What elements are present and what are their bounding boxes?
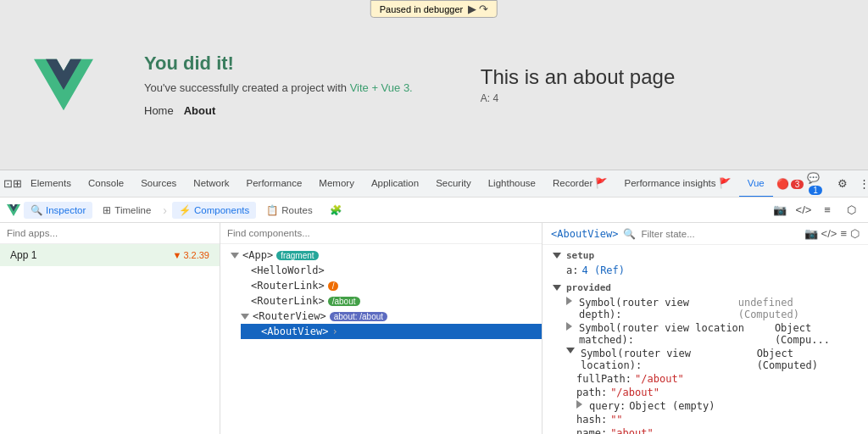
state-header: <AboutView> 🔍 📷 </> ≡ ⬡ bbox=[542, 223, 868, 245]
debugger-controls[interactable]: ▶ ↷ bbox=[468, 3, 488, 15]
components-btn[interactable]: ⚡ Components bbox=[172, 202, 256, 219]
state-component-name: <AboutView> bbox=[551, 228, 618, 240]
setup-section-title: setup bbox=[553, 250, 858, 261]
state-row-path: path: "/about" bbox=[553, 386, 858, 399]
state-row-hash: hash: "" bbox=[553, 413, 858, 426]
state-code-icon[interactable]: </> bbox=[821, 227, 837, 240]
routes-btn[interactable]: 📋 Routes bbox=[259, 202, 319, 219]
state-row-query: query: Object (empty) bbox=[553, 399, 858, 413]
vite-vue-link[interactable]: Vite + Vue 3. bbox=[350, 81, 413, 94]
tab-sources[interactable]: Sources bbox=[132, 170, 185, 198]
routes-icon: 📋 bbox=[266, 204, 278, 216]
settings-icon[interactable]: ⚙ bbox=[834, 174, 852, 194]
filter-state-icon: 🔍 bbox=[623, 228, 636, 240]
components-panel: <App> fragment <HelloWorld> <RouterLink>… bbox=[220, 223, 542, 434]
aboutview-close-indicator: › bbox=[331, 326, 337, 337]
components-search-input[interactable] bbox=[227, 228, 535, 238]
app-desc: You've successfully created a project wi… bbox=[144, 81, 413, 94]
app-item-1[interactable]: App 1 ▼ 3.2.39 bbox=[0, 244, 220, 266]
subbar-divider: › bbox=[163, 203, 167, 217]
tree-item-routerview[interactable]: <RouterView> about: /about bbox=[231, 309, 542, 324]
tab-vue[interactable]: Vue bbox=[739, 170, 773, 198]
setup-collapse-icon[interactable] bbox=[553, 253, 561, 259]
warning-badge: 💬1 bbox=[807, 172, 831, 196]
tab-performance[interactable]: Performance bbox=[238, 170, 311, 198]
tree-item-routerlink-about[interactable]: <RouterLink> /about bbox=[231, 293, 542, 309]
app-collapse-icon bbox=[231, 253, 239, 259]
filter-icon[interactable]: ≡ bbox=[817, 200, 837, 220]
timeline-icon: ⊞ bbox=[103, 204, 111, 216]
routerview-collapse-icon bbox=[241, 314, 249, 320]
tab-elements[interactable]: Elements bbox=[22, 170, 80, 198]
app-fragment-badge: fragment bbox=[276, 251, 318, 260]
tab-console[interactable]: Console bbox=[80, 170, 132, 198]
tab-security[interactable]: Security bbox=[427, 170, 480, 198]
state-content: setup a: 4 (Ref) provided Symbol bbox=[542, 245, 868, 434]
puzzle-icon-btn[interactable]: 🧩 bbox=[323, 202, 348, 219]
app-nav: Home About bbox=[144, 104, 413, 117]
about-page-sub: A: 4 bbox=[481, 92, 676, 104]
provided-section-title: provided bbox=[553, 282, 858, 293]
error-badge: 🔴3 bbox=[776, 178, 804, 190]
routerlink-about-badge: /about bbox=[328, 297, 360, 306]
devtools-element-picker[interactable]: ⊡ bbox=[3, 174, 13, 194]
apps-panel: App 1 ▼ 3.2.39 bbox=[0, 223, 220, 434]
devtools-right-icons: 🔴3 💬1 ⚙ ⋮ ✕ bbox=[773, 172, 868, 196]
vue-logo-small bbox=[7, 203, 20, 217]
debugger-bar: Paused in debugger ▶ ↷ bbox=[370, 0, 498, 18]
expand-icon[interactable] bbox=[566, 297, 573, 305]
collapse-icon-location[interactable] bbox=[566, 348, 575, 354]
apps-search-bar[interactable] bbox=[0, 223, 220, 244]
app-item-name: App 1 bbox=[10, 249, 36, 261]
provided-collapse-icon[interactable] bbox=[553, 285, 561, 291]
tab-application[interactable]: Application bbox=[363, 170, 427, 198]
tree-item-aboutview[interactable]: <AboutView> › bbox=[241, 324, 542, 339]
state-filter-icon[interactable]: ≡ bbox=[840, 227, 847, 240]
tree-item-app[interactable]: <App> fragment bbox=[220, 248, 542, 263]
setup-section: setup a: 4 (Ref) bbox=[553, 250, 858, 277]
about-page-title: This is an about page bbox=[481, 65, 676, 89]
vue-subbar: 🔍 Inspector ⊞ Timeline › ⚡ Components 📋 … bbox=[0, 198, 868, 223]
tree-item-routerlink-home[interactable]: <RouterLink> / bbox=[231, 278, 542, 293]
tab-lighthouse[interactable]: Lighthouse bbox=[480, 170, 544, 198]
devtools-device-toggle[interactable]: ⊞ bbox=[13, 174, 22, 194]
provided-section: provided Symbol(router view depth): unde… bbox=[553, 282, 858, 434]
expand-query-icon[interactable] bbox=[576, 400, 583, 409]
app-item-version: ▼ 3.2.39 bbox=[173, 250, 209, 260]
app-title: You did it! bbox=[144, 53, 413, 75]
state-screenshot-icon[interactable]: 📷 bbox=[804, 227, 818, 240]
inspector-btn[interactable]: 🔍 Inspector bbox=[24, 202, 92, 219]
expand-icon-2[interactable] bbox=[566, 322, 573, 331]
state-row-a: a: 4 (Ref) bbox=[553, 264, 858, 277]
code-icon[interactable]: </> bbox=[793, 200, 814, 220]
tab-performance-insights[interactable]: Performance insights 🚩 bbox=[615, 170, 738, 198]
vue-logo-large bbox=[34, 55, 93, 114]
tab-recorder[interactable]: Recorder 🚩 bbox=[544, 170, 616, 198]
state-row-router-matched: Symbol(router view location matched): Ob… bbox=[553, 321, 858, 347]
more-options-icon[interactable]: ⋮ bbox=[855, 174, 868, 194]
apps-search-input[interactable] bbox=[7, 228, 213, 238]
resume-icon[interactable]: ▶ bbox=[468, 3, 476, 15]
open-new-icon[interactable]: ⬡ bbox=[841, 200, 861, 220]
state-panel-icons: 📷 </> ≡ ⬡ bbox=[804, 227, 860, 240]
components-search-bar[interactable] bbox=[220, 223, 542, 244]
devtools-tab-bar: ⊡ ⊞ Elements Console Sources Network Per… bbox=[0, 170, 868, 198]
state-row-router-location: Symbol(router view location): Object (Co… bbox=[553, 347, 858, 372]
step-icon[interactable]: ↷ bbox=[479, 3, 488, 15]
state-open-icon[interactable]: ⬡ bbox=[850, 227, 860, 240]
tab-memory[interactable]: Memory bbox=[310, 170, 363, 198]
tree-item-helloworld[interactable]: <HelloWorld> bbox=[231, 263, 542, 278]
app-content-right: This is an about page A: 4 bbox=[481, 65, 676, 104]
nav-about[interactable]: About bbox=[184, 104, 216, 117]
component-tree: <App> fragment <HelloWorld> <RouterLink>… bbox=[220, 244, 542, 434]
state-row-name: name: "about" bbox=[553, 426, 858, 434]
app-content-left: You did it! You've successfully created … bbox=[144, 53, 413, 117]
timeline-btn[interactable]: ⊞ Timeline bbox=[96, 202, 158, 219]
devtools-panel: ⊡ ⊞ Elements Console Sources Network Per… bbox=[0, 170, 868, 434]
state-row-router-depth: Symbol(router view depth): undefined (Co… bbox=[553, 296, 858, 321]
screenshot-icon[interactable]: 📷 bbox=[770, 200, 790, 220]
nav-home[interactable]: Home bbox=[144, 104, 174, 117]
tab-network[interactable]: Network bbox=[185, 170, 237, 198]
filter-state-input[interactable] bbox=[641, 229, 798, 239]
routerlink-home-badge: / bbox=[328, 281, 339, 291]
